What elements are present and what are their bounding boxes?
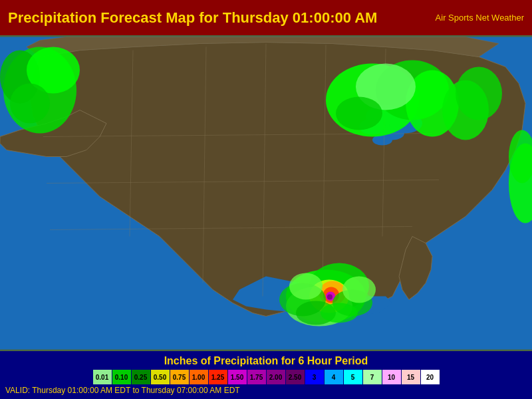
legend-item: 15 xyxy=(402,370,420,384)
svg-point-22 xyxy=(10,84,50,124)
legend-color-box: 1.25 xyxy=(209,370,227,384)
legend-item: 2.00 xyxy=(267,370,285,384)
legend-title: Inches of Precipitation for 6 Hour Perio… xyxy=(0,355,532,367)
brand-label: Air Sports Net Weather xyxy=(436,13,524,23)
legend-item: 1.75 xyxy=(247,370,266,384)
svg-point-28 xyxy=(456,67,502,120)
legend-color-box: 0.01 xyxy=(93,370,112,384)
map-area xyxy=(0,35,532,351)
legend-color-box: 3 xyxy=(305,370,324,384)
legend-color-box: 10 xyxy=(382,370,401,384)
legend-item: 5 xyxy=(344,370,362,384)
legend-item: 1.50 xyxy=(228,370,247,384)
legend-color-box: 1.75 xyxy=(247,370,266,384)
legend-item: 4 xyxy=(325,370,343,384)
legend-item: 0.75 xyxy=(170,370,189,384)
svg-point-29 xyxy=(336,97,382,130)
legend-bar: Inches of Precipitation for 6 Hour Perio… xyxy=(0,351,532,399)
svg-point-45 xyxy=(321,303,358,323)
legend-color-box: 7 xyxy=(363,370,382,384)
legend-item: 0.10 xyxy=(112,370,131,384)
legend-color-box: 15 xyxy=(402,370,420,384)
legend-boxes: 0.010.100.250.500.751.001.251.501.752.00… xyxy=(0,370,532,384)
svg-point-43 xyxy=(289,273,323,300)
legend-color-box: 0.10 xyxy=(112,370,131,384)
main-container: Precipitation Forecast Map for Thursday … xyxy=(0,0,532,399)
legend-color-box: 0.75 xyxy=(170,370,189,384)
legend-color-box: 1.00 xyxy=(190,370,208,384)
legend-item: 7 xyxy=(363,370,382,384)
svg-point-39 xyxy=(327,295,332,300)
svg-point-44 xyxy=(342,277,376,303)
legend-color-box: 2.00 xyxy=(267,370,285,384)
valid-text: VALID: Thursday 01:00:00 AM EDT to Thurs… xyxy=(0,384,532,396)
legend-item: 0.50 xyxy=(151,370,170,384)
legend-item: 3 xyxy=(305,370,324,384)
legend-color-box: 1.50 xyxy=(228,370,247,384)
legend-item: 0.01 xyxy=(93,370,112,384)
legend-color-box: 20 xyxy=(421,370,440,384)
legend-item: 1.00 xyxy=(190,370,208,384)
page-title: Precipitation Forecast Map for Thursday … xyxy=(8,9,377,27)
header: Precipitation Forecast Map for Thursday … xyxy=(0,0,532,35)
legend-color-box: 4 xyxy=(325,370,343,384)
legend-item: 1.25 xyxy=(209,370,227,384)
legend-item: 2.50 xyxy=(286,370,305,384)
legend-item: 0.25 xyxy=(132,370,150,384)
legend-item: 10 xyxy=(382,370,401,384)
map-svg xyxy=(0,35,532,351)
legend-item: 20 xyxy=(421,370,440,384)
legend-color-box: 2.50 xyxy=(286,370,305,384)
legend-color-box: 0.50 xyxy=(151,370,170,384)
legend-color-box: 5 xyxy=(344,370,362,384)
legend-color-box: 0.25 xyxy=(132,370,150,384)
